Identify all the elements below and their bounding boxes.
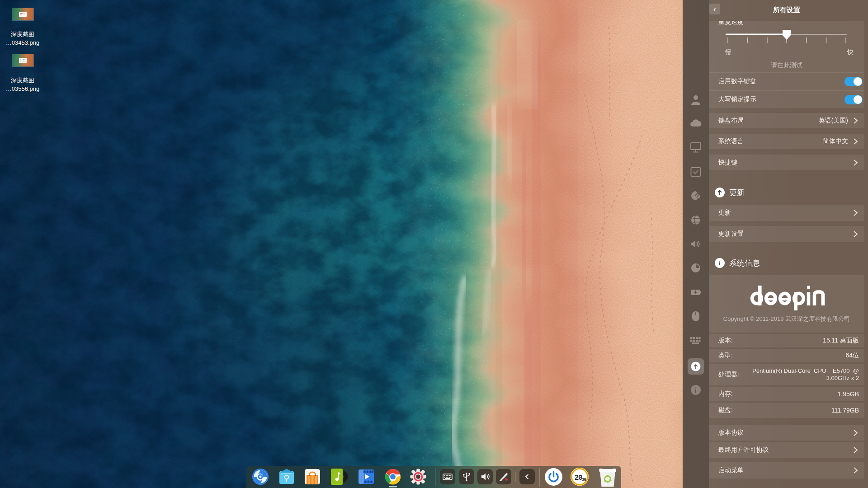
svg-text:36: 36 [582,477,587,482]
svg-text:20: 20 [575,474,582,482]
